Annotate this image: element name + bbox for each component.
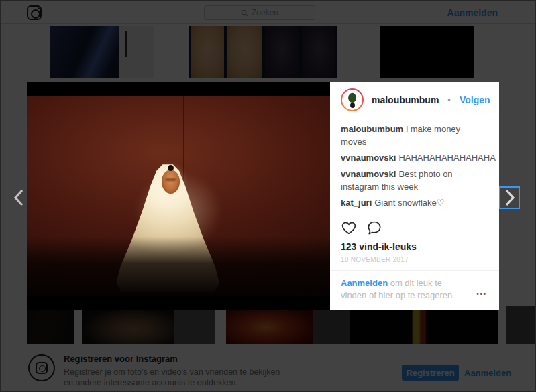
comment-username[interactable]: vvnaumovski	[341, 153, 396, 163]
comment-text: Giant snowflake♡	[374, 198, 444, 208]
post-header: maloubumbum • Volgen	[330, 82, 499, 117]
comment-username[interactable]: maloubumbum	[341, 124, 403, 134]
comment-signin-prompt: Aanmelden om dit leuk te vinden of hier …	[330, 270, 499, 310]
follow-button[interactable]: Volgen	[460, 94, 490, 105]
comment-row: vvnaumovskiHAHAHAHAHAHAHAHA	[341, 151, 479, 164]
post-sidebar: maloubumbum • Volgen maloubumbumi make m…	[330, 82, 499, 310]
post-actions: 123 vind-ik-leuks 18 november 2017	[330, 220, 499, 270]
instagram-lightbox-page: Zoeken Aanmelden Registreren voor Instag…	[0, 0, 536, 392]
post-username[interactable]: maloubumbum	[372, 94, 439, 105]
figure-face	[162, 170, 180, 194]
like-heart-icon[interactable]	[341, 220, 357, 236]
comment-row: maloubumbumi make money moves	[341, 123, 479, 148]
comment-username[interactable]: vvnaumovski	[341, 169, 396, 179]
post-modal: maloubumbum • Volgen maloubumbumi make m…	[27, 82, 499, 310]
separator-dot: •	[447, 95, 451, 105]
comment-bubble-icon[interactable]	[366, 220, 382, 236]
next-post-arrow[interactable]	[499, 186, 520, 209]
chevron-left-icon	[13, 189, 24, 206]
comment-row: vvnaumovskiBest photo on instagram this …	[341, 168, 479, 193]
comment-username[interactable]: kat_juri	[341, 198, 372, 208]
post-photo	[27, 82, 330, 310]
photo-scene	[27, 96, 330, 296]
comments-list: maloubumbumi make money moves vvnaumovsk…	[330, 117, 499, 220]
comment-text: HAHAHAHAHAHAHAHA	[398, 153, 495, 163]
avatar[interactable]	[341, 88, 364, 111]
previous-post-arrow[interactable]	[9, 186, 28, 209]
chevron-right-icon	[504, 189, 515, 206]
more-options-icon[interactable]: •••	[477, 291, 487, 298]
prompt-signin-link[interactable]: Aanmelden	[341, 278, 388, 288]
post-timestamp: 18 november 2017	[341, 256, 488, 263]
comment-row: kat_juriGiant snowflake♡	[341, 196, 479, 209]
likes-count[interactable]: 123 vind-ik-leuks	[341, 241, 488, 252]
